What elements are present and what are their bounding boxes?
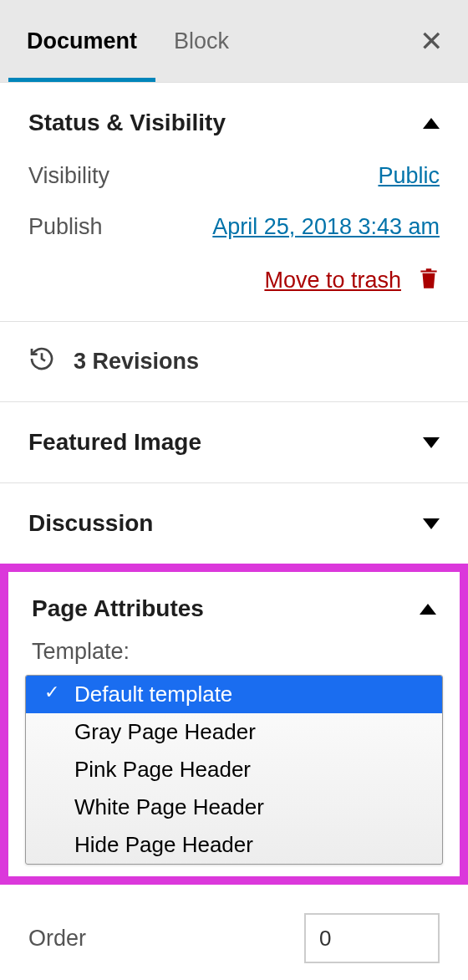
section-header-status-visibility[interactable]: Status & Visibility [0,83,468,163]
panel-featured-image: Featured Image [0,401,468,482]
template-dropdown[interactable]: Default template Gray Page Header Pink P… [25,675,443,865]
tab-bar: Document Block ✕ [0,0,468,82]
section-body: Visibility Public Publish April 25, 2018… [0,163,468,321]
visibility-value-link[interactable]: Public [378,163,440,189]
panel-page-attributes: Page Attributes Template: Default templa… [0,564,468,885]
svg-rect-0 [425,276,427,286]
section-title: Status & Visibility [28,110,226,136]
panel-status-visibility: Status & Visibility Visibility Public Pu… [0,82,468,321]
section-header-page-attributes[interactable]: Page Attributes [25,584,443,639]
section-title: Discussion [28,510,153,537]
svg-rect-1 [428,276,430,286]
section-header-featured-image[interactable]: Featured Image [0,402,468,482]
close-icon[interactable]: ✕ [420,24,443,58]
trash-icon[interactable] [418,265,440,296]
publish-value-link[interactable]: April 25, 2018 3:43 am [212,214,440,240]
template-option-pink[interactable]: Pink Page Header [26,751,442,789]
order-row: Order [0,885,468,980]
svg-rect-2 [430,276,432,286]
template-label: Template: [25,639,443,665]
section-title: Page Attributes [32,595,204,622]
publish-row: Publish April 25, 2018 3:43 am [28,214,440,240]
section-title: Featured Image [28,429,201,456]
trash-row: Move to trash [28,265,440,296]
chevron-up-icon [423,118,440,129]
revisions-panel[interactable]: 3 Revisions [0,321,468,401]
move-to-trash-link[interactable]: Move to trash [264,268,401,293]
history-icon [28,345,55,378]
revisions-text: 3 Revisions [74,349,199,375]
order-label: Order [28,926,86,952]
panel-discussion: Discussion [0,482,468,564]
visibility-row: Visibility Public [28,163,440,189]
template-option-gray[interactable]: Gray Page Header [26,713,442,751]
publish-label: Publish [28,214,103,240]
template-option-default[interactable]: Default template [26,676,442,713]
tab-document[interactable]: Document [8,0,155,82]
visibility-label: Visibility [28,163,109,189]
tab-block[interactable]: Block [155,0,247,82]
chevron-down-icon [423,518,440,529]
section-header-discussion[interactable]: Discussion [0,483,468,564]
chevron-down-icon [423,437,440,448]
chevron-up-icon [420,604,436,615]
template-option-white[interactable]: White Page Header [26,789,442,826]
template-option-hide[interactable]: Hide Page Header [26,826,442,864]
order-input[interactable] [304,913,440,963]
